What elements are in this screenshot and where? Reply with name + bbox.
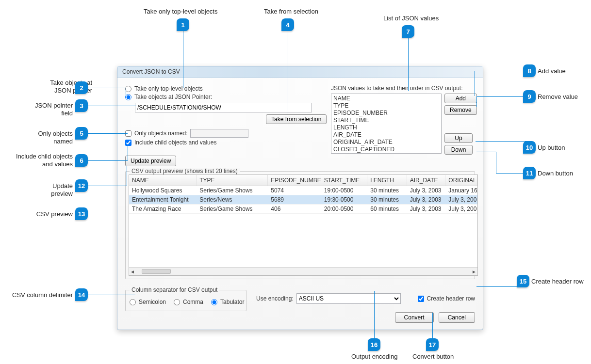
table-cell: Hollywood Squares [129,186,197,195]
list-item[interactable]: LENGTH [333,124,439,131]
list-item[interactable]: CLOSED_CAPTIONED [333,146,439,153]
bubble-14: 14 [75,288,88,301]
use-encoding-label: Use encoding: [256,295,294,302]
take-from-selection-button[interactable]: Take from selection [266,114,327,124]
column-header[interactable]: TYPE [197,175,268,186]
list-item[interactable]: AIR_DATE [333,131,439,139]
table-cell: 406 [268,205,321,213]
radio-comma[interactable] [174,299,180,305]
json-pointer-input[interactable] [135,103,312,112]
radio-tabulator[interactable] [211,299,217,305]
update-preview-button[interactable]: Update preview [125,156,176,166]
scroll-right-icon[interactable]: ► [472,269,476,274]
table-cell: 5689 [268,195,321,204]
table-cell: Series/Game Shows [197,205,268,213]
json-values-list[interactable]: NAMETYPEEPISODE_NUMBERSTART_TIMELENGTHAI… [331,94,442,154]
add-button[interactable]: Add [444,94,477,103]
table-cell: 19:30-0500 [321,195,367,204]
horizontal-scrollbar[interactable]: ◄ ► [129,267,477,275]
cancel-button[interactable]: Cancel [439,312,475,323]
table-row[interactable]: Entertainment TonightSeries/News568919:3… [129,195,477,205]
up-button[interactable]: Up [444,133,473,143]
leader-13 [88,214,128,214]
bubble-15: 15 [517,275,529,287]
only-named-input[interactable] [190,129,248,138]
bubble-8: 8 [523,64,536,77]
table-cell: January 16 [445,186,477,195]
table-cell: 30 minutes [367,195,407,204]
bubble-13: 13 [75,207,88,220]
preview-legend: CSV output preview (shows first 20 lines… [130,168,240,174]
leader-9 [476,96,523,97]
leader-6 [88,160,128,161]
leader-17 [432,313,433,338]
table-row[interactable]: Hollywood SquaresSeries/Game Shows507419… [129,186,477,195]
annot-8: Add value [538,67,566,75]
list-item[interactable]: REPEAT [333,153,439,154]
checkbox-include-children[interactable] [125,140,131,146]
list-item[interactable]: NAME [333,95,439,102]
checkbox-create-header[interactable] [418,296,424,302]
bubble-6: 6 [75,154,88,167]
bubble-4: 4 [281,18,294,31]
list-item[interactable]: START_TIME [333,117,439,124]
bubble-7: 7 [402,25,414,38]
leader-11 [476,152,496,152]
column-header[interactable]: LENGTH [367,175,407,186]
table-cell: Series/News [197,195,268,204]
annot-12: Update preview [29,182,73,198]
leader-8 [475,71,523,71]
convert-button[interactable]: Convert [395,312,434,323]
leader-6b [128,144,128,160]
remove-button[interactable]: Remove [444,105,477,115]
only-named-label: Only objects named: [134,130,187,137]
include-children-label: Include child objects and values [134,139,216,146]
separator-legend: Column separator for CSV output [130,286,219,293]
column-header[interactable]: EPISODE_NUMBER [268,175,321,186]
radio-semicolon[interactable] [130,299,136,305]
bubble-10: 10 [523,141,536,154]
annot-4: Take from selection [264,8,318,16]
table-cell: 30 minutes [367,186,407,195]
annot-9: Remove value [538,93,578,101]
leader-7 [408,38,409,91]
column-header[interactable]: NAME [129,175,197,186]
leader-12b [127,166,127,186]
encoding-select[interactable]: ASCII US [296,293,401,304]
annot-16: Output encoding [351,353,397,361]
annot-13: CSV preview [34,210,73,218]
annot-11: Down button [538,170,573,177]
scroll-left-icon[interactable]: ◄ [130,269,135,274]
annot-7: List of JSON values [383,15,439,22]
annot-15: Create header row [531,278,584,285]
table-cell: Entertainment Tonight [129,195,197,204]
down-button[interactable]: Down [444,145,473,155]
column-header[interactable]: ORIGINAL [445,175,477,186]
table-cell: Series/Game Shows [197,186,268,195]
leader-16 [374,291,375,338]
scroll-thumb[interactable] [142,269,171,274]
dialog-window: Convert JSON to CSV Take only top-level … [117,66,483,330]
table-header: NAMETYPEEPISODE_NUMBERSTART_TIMELENGTHAI… [129,175,477,186]
bubble-3: 3 [75,99,88,112]
leader-11b [496,152,496,173]
annot-10: Up button [538,144,565,152]
column-header[interactable]: START_TIME [321,175,367,186]
annot-14: CSV column delimiter [10,291,73,299]
table-cell: 5074 [268,186,321,195]
table-row[interactable]: The Amazing RaceSeries/Game Shows40620:0… [129,205,477,214]
sep-semicolon-label: Semicolon [139,299,166,305]
table-cell: July 3, 2003 [407,186,446,195]
annot-17: Convert button [412,353,454,361]
leader-8b [475,71,475,96]
annot-5: Only objects named [19,130,73,146]
annot-6: Include child objects and values [7,153,73,169]
leader-11c [496,173,523,174]
list-item[interactable]: TYPE [333,102,439,110]
column-header[interactable]: AIR_DATE [407,175,446,186]
bubble-17: 17 [426,338,439,351]
list-item[interactable]: EPISODE_NUMBER [333,110,439,117]
annot-3: JSON pointer field [29,102,73,118]
json-values-header: JSON values to take and their order in C… [331,85,474,92]
list-item[interactable]: ORIGINAL_AIR_DATE [333,139,439,146]
